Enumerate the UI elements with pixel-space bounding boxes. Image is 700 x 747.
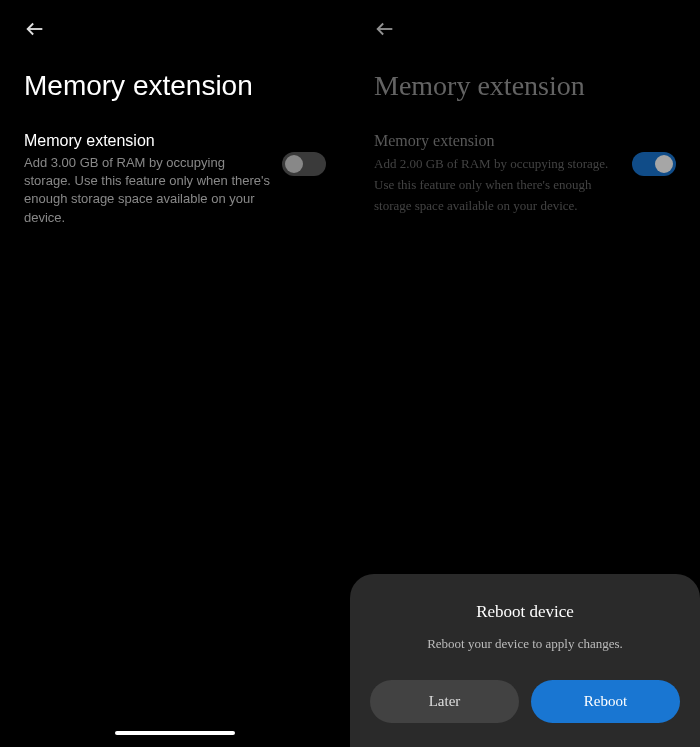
setting-description: Add 2.00 GB of RAM by occupying storage.… [374,154,620,216]
memory-extension-setting[interactable]: Memory extension Add 3.00 GB of RAM by o… [24,132,326,227]
setting-text: Memory extension Add 2.00 GB of RAM by o… [374,132,620,216]
page-title: Memory extension [24,70,326,102]
dialog-message: Reboot your device to apply changes. [370,636,680,652]
dialog-title: Reboot device [370,602,680,622]
back-button[interactable] [24,18,326,46]
setting-text: Memory extension Add 3.00 GB of RAM by o… [24,132,270,227]
dialog-buttons: Later Reboot [370,680,680,723]
reboot-button[interactable]: Reboot [531,680,680,723]
arrow-left-icon [24,18,46,40]
screen-left: Memory extension Memory extension Add 3.… [0,0,350,747]
toggle-knob [285,155,303,173]
memory-extension-toggle[interactable] [632,152,676,176]
setting-description: Add 3.00 GB of RAM by occupying storage.… [24,154,270,227]
page-title: Memory extension [374,70,676,102]
memory-extension-toggle[interactable] [282,152,326,176]
reboot-dialog: Reboot device Reboot your device to appl… [350,574,700,747]
nav-handle[interactable] [115,731,235,735]
arrow-left-icon [374,18,396,40]
toggle-knob [655,155,673,173]
setting-title: Memory extension [374,132,620,150]
later-button[interactable]: Later [370,680,519,723]
back-button[interactable] [374,18,676,46]
setting-title: Memory extension [24,132,270,150]
memory-extension-setting[interactable]: Memory extension Add 2.00 GB of RAM by o… [374,132,676,216]
